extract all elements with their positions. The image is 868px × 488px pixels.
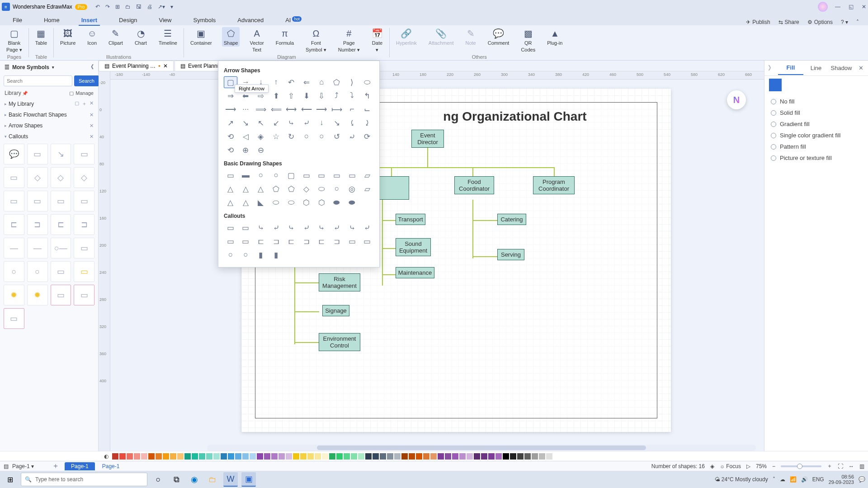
tab-advanced[interactable]: Advanced [235, 15, 266, 25]
tab-file[interactable]: File [10, 15, 25, 25]
task-view-icon[interactable]: ⧉ [169, 472, 184, 487]
icon-button[interactable]: ☺Icon [85, 27, 99, 47]
edge-icon[interactable]: ◉ [187, 472, 202, 487]
fill-option-picture[interactable]: Picture or texture fill [771, 152, 862, 164]
my-library[interactable]: My Library [9, 101, 34, 107]
maximize-button[interactable]: ◱ [849, 4, 854, 10]
shape-cell[interactable]: ⊐ [300, 235, 313, 247]
node-program[interactable]: ProgramCoordinator [533, 176, 575, 194]
color-swatch[interactable] [488, 453, 495, 460]
shape-cell[interactable]: ⌐ [345, 103, 359, 115]
help-button[interactable]: ? ▾ [841, 19, 848, 25]
color-swatch[interactable] [474, 453, 480, 460]
fill-option-single-gradient[interactable]: Single color gradient fill [771, 130, 862, 141]
color-swatch[interactable] [373, 453, 379, 460]
shape-cell[interactable]: ⟳ [360, 131, 374, 142]
eyedropper-icon[interactable]: ◐ [104, 453, 108, 460]
shape-cell[interactable]: ··· [239, 103, 253, 115]
shape-cell[interactable]: ○ [330, 183, 344, 195]
shape-cell[interactable]: ▮ [269, 249, 283, 261]
zoom-out-button[interactable]: − [772, 463, 775, 469]
color-swatch[interactable] [235, 453, 241, 460]
panels-button[interactable]: ▥ [859, 463, 864, 469]
shape-cell[interactable]: ⊕ [239, 144, 253, 156]
color-swatch[interactable] [467, 453, 473, 460]
color-swatch[interactable] [546, 453, 552, 460]
line-tab[interactable]: Line [803, 61, 829, 75]
color-swatch[interactable] [380, 453, 386, 460]
formula-button[interactable]: πFormula [274, 27, 296, 47]
color-swatch[interactable] [438, 453, 444, 460]
shape-cell[interactable]: ⬬ [330, 197, 344, 208]
color-swatch[interactable] [430, 453, 437, 460]
shape-cell[interactable]: ⊏ [315, 235, 329, 247]
callout-thumb[interactable]: ⊐ [74, 214, 94, 235]
collapse-ribbon-button[interactable]: ˄ [856, 19, 859, 25]
doc-tab[interactable]: ▤ Event Planning … • ✕ [99, 61, 174, 71]
fill-option-none[interactable]: No fill [771, 96, 862, 107]
user-avatar[interactable] [818, 2, 828, 12]
color-swatch[interactable] [206, 453, 212, 460]
save-button[interactable]: 🖫 [136, 4, 142, 10]
callout-thumb[interactable]: ▭ [74, 238, 94, 258]
callout-thumb[interactable]: ▭ [4, 191, 24, 211]
shape-cell[interactable]: ▭ [239, 222, 253, 234]
shape-cell[interactable]: ↓ [315, 117, 329, 129]
publish-button[interactable]: ✈ Publish [746, 19, 770, 25]
shape-cell[interactable]: ↶ [284, 76, 298, 88]
close-section-icon[interactable]: ✕ [90, 112, 94, 118]
callout-thumb[interactable]: ▭ [4, 308, 24, 329]
color-swatch[interactable] [213, 453, 220, 460]
color-swatch[interactable] [271, 453, 278, 460]
color-swatch[interactable] [459, 453, 466, 460]
color-swatch[interactable] [387, 453, 393, 460]
shape-cell[interactable]: ⬡ [315, 197, 329, 208]
shape-cell[interactable]: ⬭ [315, 183, 329, 195]
color-swatch[interactable] [532, 453, 538, 460]
color-swatch[interactable] [503, 453, 509, 460]
shape-cell[interactable]: ○ [224, 249, 237, 261]
font-symbol-button[interactable]: ΩFontSymbol ▾ [304, 27, 328, 54]
color-swatch[interactable] [141, 453, 147, 460]
shape-cell[interactable]: ⤴ [330, 90, 344, 102]
color-swatch[interactable] [156, 453, 162, 460]
shape-cell[interactable]: ▭ [315, 169, 329, 181]
shape-cell[interactable]: ⬠ [284, 183, 298, 195]
shape-cell[interactable]: ⟲ [224, 131, 237, 142]
color-swatch[interactable] [127, 453, 133, 460]
color-swatch[interactable] [445, 453, 451, 460]
shape-cell[interactable]: ◣ [254, 197, 268, 208]
tab-symbols[interactable]: Symbols [190, 15, 218, 25]
options-button[interactable]: ⚙ Options [807, 19, 833, 25]
shape-cell[interactable]: △ [224, 183, 237, 195]
node-transport[interactable]: Transport [396, 214, 425, 225]
color-swatch[interactable] [250, 453, 256, 460]
color-swatch[interactable] [416, 453, 422, 460]
notifications-icon[interactable]: 💬 [859, 476, 865, 483]
node-sound[interactable]: SoundEquipment [396, 238, 431, 256]
shape-cell[interactable]: ⟹ [254, 103, 268, 115]
tab-design[interactable]: Design [116, 15, 140, 25]
outline-icon[interactable]: ▤ [4, 463, 9, 469]
clipart-button[interactable]: ✎Clipart [107, 27, 125, 47]
shape-cell[interactable]: △ [239, 183, 253, 195]
color-swatch[interactable] [228, 453, 234, 460]
blank-page-button[interactable]: ▢BlankPage ▾ [5, 27, 24, 54]
shape-cell[interactable]: ▭ [239, 235, 253, 247]
shape-cell[interactable]: ◇ [300, 183, 313, 195]
open-button[interactable]: 🗀 [125, 4, 131, 10]
ai-assistant-button[interactable]: N [727, 90, 746, 109]
shape-cell[interactable]: ⊐ [330, 235, 344, 247]
tab-insert[interactable]: Insert [79, 15, 100, 25]
shape-cell[interactable]: ⟩ [345, 76, 359, 88]
shape-cell[interactable]: ▬ [239, 169, 253, 181]
shadow-tab[interactable]: Shadow [829, 61, 854, 75]
callout-thumb[interactable]: ⊏ [51, 214, 71, 235]
callout-thumb[interactable]: ✹ [27, 285, 48, 305]
hamburger-icon[interactable]: ☰ [5, 64, 9, 70]
color-swatch[interactable] [351, 453, 357, 460]
shape-cell[interactable]: ⊐ [269, 235, 283, 247]
color-swatch[interactable] [329, 453, 335, 460]
picture-button[interactable]: 🖼Picture [58, 27, 77, 47]
callout-thumb[interactable]: ▭ [74, 261, 94, 282]
